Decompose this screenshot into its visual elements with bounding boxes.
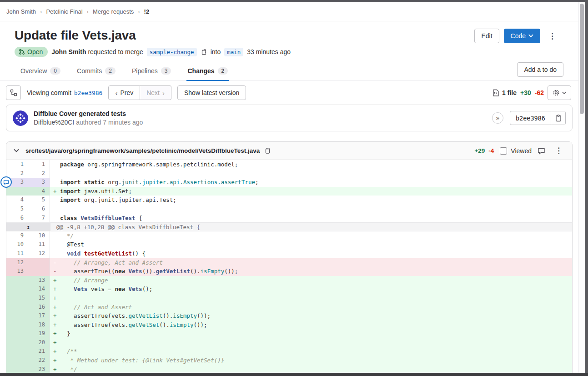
- source-branch-chip[interactable]: sample-change: [147, 48, 197, 56]
- code-line: */: [50, 231, 572, 241]
- chevron-down-icon: [562, 91, 566, 95]
- old-line-number[interactable]: 13: [6, 267, 28, 276]
- new-line-number[interactable]: 19: [28, 329, 50, 338]
- old-line-number[interactable]: 12: [6, 258, 28, 267]
- new-line-number[interactable]: 3: [28, 178, 50, 187]
- code-line: + }: [50, 329, 572, 338]
- collapse-file-chevron-icon[interactable]: [12, 149, 21, 153]
- diff-row: 910 */: [6, 231, 572, 241]
- old-line-number[interactable]: [6, 285, 28, 294]
- new-line-number[interactable]: 2: [28, 169, 50, 178]
- new-line-number[interactable]: 5: [28, 196, 50, 205]
- old-line-number[interactable]: 4: [6, 196, 28, 205]
- new-line-number[interactable]: 15: [28, 294, 50, 303]
- new-line-number[interactable]: 23: [28, 365, 50, 373]
- commit-title-link[interactable]: Diffblue Cover generated tests: [34, 110, 143, 117]
- file-tree-icon: [10, 89, 17, 96]
- new-line-number[interactable]: 7: [28, 214, 50, 223]
- old-line-number[interactable]: [6, 187, 28, 196]
- old-line-number[interactable]: 5: [6, 205, 28, 214]
- diff-settings-button[interactable]: [548, 85, 571, 100]
- old-line-number[interactable]: [6, 294, 28, 303]
- new-line-number[interactable]: 18: [28, 321, 50, 330]
- old-line-number[interactable]: [6, 365, 28, 373]
- new-line-number[interactable]: 16: [28, 303, 50, 312]
- file-path[interactable]: src/test/java/org/springframework/sample…: [25, 147, 260, 154]
- new-line-number[interactable]: [28, 267, 50, 276]
- old-line-number[interactable]: [6, 321, 28, 330]
- diff-table: 11package org.springframework.samples.pe…: [6, 160, 572, 373]
- old-line-number[interactable]: [6, 311, 28, 321]
- old-line-number[interactable]: 9: [6, 231, 28, 241]
- next-commit-button[interactable]: Next›: [140, 85, 171, 100]
- scrollbar-thumb[interactable]: [580, 4, 584, 114]
- diff-row: 18+ assertTrue(vets.getVetSet().isEmpty(…: [6, 321, 572, 330]
- old-line-number[interactable]: 2: [6, 169, 28, 178]
- code-line: import org.junit.jupiter.api.Test;: [50, 196, 572, 205]
- viewing-commit-sha-link[interactable]: b2ee3986: [74, 90, 103, 96]
- new-line-number[interactable]: [28, 258, 50, 267]
- old-line-number[interactable]: [6, 356, 28, 365]
- tab-commits[interactable]: Commits2: [76, 64, 116, 80]
- requested-to-merge-text: requested to merge: [88, 48, 143, 55]
- viewed-label: Viewed: [511, 147, 532, 155]
- code-line: + */: [50, 365, 572, 373]
- diff-row: 1011 @Test: [6, 240, 572, 249]
- breadcrumb-item[interactable]: !2: [144, 8, 150, 15]
- breadcrumb-item[interactable]: Petclinic Final: [46, 8, 82, 15]
- new-line-number[interactable]: 1: [28, 160, 50, 169]
- copy-branch-icon[interactable]: [201, 49, 207, 55]
- more-actions-kebab-icon[interactable]: ⋮: [545, 30, 560, 42]
- target-branch-chip[interactable]: main: [224, 48, 243, 56]
- tab-changes[interactable]: Changes2: [186, 64, 229, 80]
- file-tree-toggle-button[interactable]: [6, 85, 21, 100]
- old-line-number[interactable]: 1: [6, 160, 28, 169]
- diff-file-header: src/test/java/org/springframework/sample…: [6, 142, 572, 160]
- old-line-number[interactable]: [6, 347, 28, 356]
- breadcrumb-item[interactable]: John Smith: [6, 8, 36, 15]
- show-latest-version-button[interactable]: Show latest version: [177, 85, 246, 100]
- tab-count: 2: [218, 67, 228, 75]
- copy-file-path-icon[interactable]: [264, 147, 271, 154]
- edit-button[interactable]: Edit: [474, 29, 499, 43]
- code-button[interactable]: Code: [504, 29, 540, 43]
- new-line-number[interactable]: 20: [28, 338, 50, 347]
- copy-sha-button[interactable]: [551, 111, 565, 125]
- add-todo-button[interactable]: Add a to do: [517, 62, 563, 77]
- expand-lines-button[interactable]: ↕: [6, 223, 50, 231]
- breadcrumb-item[interactable]: Merge requests: [93, 8, 134, 15]
- header-actions: Edit Code ⋮: [474, 29, 560, 43]
- old-line-number[interactable]: [6, 338, 28, 347]
- window-frame-right: [585, 0, 588, 376]
- code-line: +: [50, 338, 572, 347]
- mr-author[interactable]: John Smith: [51, 48, 86, 55]
- tab-overview[interactable]: Overview0: [20, 64, 61, 80]
- old-line-number[interactable]: [6, 303, 28, 312]
- total-deletions: -62: [535, 89, 544, 96]
- page-scrollbar[interactable]: [578, 2, 585, 373]
- new-line-number[interactable]: 22: [28, 356, 50, 365]
- new-line-number[interactable]: 14: [28, 285, 50, 294]
- prev-commit-button[interactable]: ‹Prev: [108, 85, 140, 100]
- new-line-number[interactable]: 13: [28, 276, 50, 285]
- new-line-number[interactable]: 6: [28, 205, 50, 214]
- old-line-number[interactable]: [6, 276, 28, 285]
- file-options-kebab-icon[interactable]: ⋮: [551, 145, 567, 156]
- file-comment-icon[interactable]: [538, 147, 545, 155]
- new-line-number[interactable]: 12: [28, 249, 50, 258]
- new-line-number[interactable]: 17: [28, 311, 50, 321]
- total-additions: +30: [520, 89, 531, 96]
- old-line-number[interactable]: 10: [6, 240, 28, 249]
- viewed-checkbox[interactable]: [500, 147, 507, 155]
- new-line-number[interactable]: 10: [28, 231, 50, 241]
- new-line-number[interactable]: 21: [28, 347, 50, 356]
- old-line-number[interactable]: [6, 329, 28, 338]
- tab-pipelines[interactable]: Pipelines3: [131, 64, 172, 80]
- new-line-number[interactable]: 4: [28, 187, 50, 196]
- new-line-number[interactable]: 11: [28, 240, 50, 249]
- gear-icon: [553, 89, 560, 96]
- viewed-toggle[interactable]: Viewed: [500, 147, 532, 155]
- browse-files-button[interactable]: »: [492, 112, 503, 124]
- old-line-number[interactable]: 6: [6, 214, 28, 223]
- old-line-number[interactable]: 11: [6, 249, 28, 258]
